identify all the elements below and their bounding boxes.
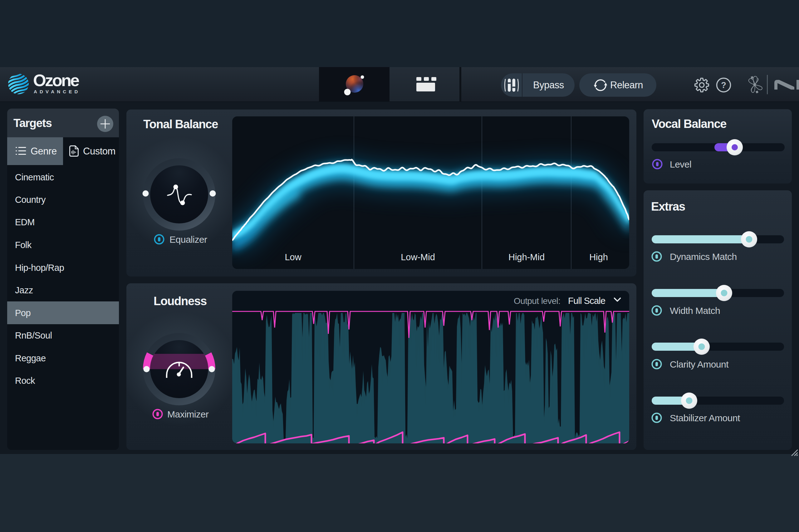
svg-text:Low: Low <box>285 252 302 262</box>
svg-text:Low-Mid: Low-Mid <box>401 252 435 262</box>
svg-text:High-Mid: High-Mid <box>509 252 545 262</box>
svg-text:High: High <box>589 252 608 262</box>
svg-text:?: ? <box>721 80 726 90</box>
